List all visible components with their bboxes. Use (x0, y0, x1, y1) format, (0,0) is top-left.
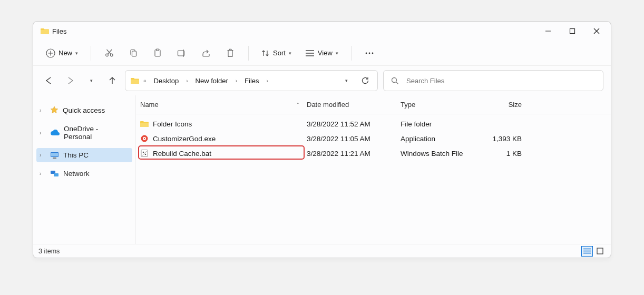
svg-rect-27 (53, 158, 56, 159)
chevron-right-icon: › (40, 171, 46, 176)
file-list: Name ˄ Date modified Type Size Folder Ic… (136, 95, 611, 244)
column-header-size[interactable]: Size (479, 101, 525, 109)
delete-button[interactable] (220, 44, 241, 63)
status-bar: 3 items (33, 244, 611, 258)
sidebar-label: Quick access (63, 106, 105, 114)
sidebar-item-network[interactable]: › Network (36, 166, 132, 181)
file-name: CustomizerGod.exe (153, 135, 216, 143)
rename-icon (177, 49, 187, 57)
chevron-right-icon: › (40, 152, 46, 158)
ellipsis-icon (365, 52, 374, 55)
scissors-icon (105, 48, 114, 57)
search-input[interactable] (406, 77, 596, 85)
share-icon (201, 49, 211, 57)
sort-ascending-icon: ˄ (297, 102, 307, 107)
svg-rect-39 (597, 248, 603, 254)
close-button[interactable] (584, 23, 609, 40)
file-row[interactable]: Folder Icons 3/28/2022 11:52 AM File fol… (136, 116, 611, 131)
svg-point-32 (144, 138, 145, 139)
sidebar-label: This PC (63, 151, 89, 159)
svg-point-35 (145, 154, 147, 155)
sort-icon (261, 49, 270, 57)
view-label: View (318, 49, 333, 57)
share-button[interactable] (196, 44, 217, 63)
nav-row: ▾ « Desktop › New folder › Files › ▾ (33, 66, 611, 95)
chevron-down-icon: ▾ (289, 51, 291, 56)
view-button[interactable]: View ▾ (300, 46, 344, 60)
chevron-down-icon: ▾ (336, 51, 338, 56)
svg-rect-12 (132, 51, 136, 56)
up-button[interactable] (107, 75, 118, 86)
view-list-icon (305, 50, 315, 57)
toolbar: New ▾ Sort ▾ View ▾ (33, 41, 611, 66)
refresh-icon (361, 76, 369, 85)
refresh-button[interactable] (357, 76, 373, 85)
more-button[interactable] (359, 44, 380, 63)
sort-label: Sort (273, 49, 286, 57)
back-button[interactable] (44, 75, 54, 86)
file-type: File folder (401, 120, 479, 128)
folder-icon (131, 77, 139, 84)
column-header-type[interactable]: Type (401, 101, 479, 109)
recent-locations-button[interactable]: ▾ (86, 75, 96, 86)
svg-point-20 (365, 52, 367, 54)
file-size: 1,393 KB (479, 135, 525, 143)
minimize-button[interactable] (536, 23, 560, 40)
svg-point-23 (392, 77, 397, 82)
paste-button[interactable] (147, 44, 168, 63)
batch-file-icon (140, 149, 149, 158)
svg-rect-26 (51, 153, 58, 156)
folder-icon (140, 120, 149, 127)
maximize-button[interactable] (560, 23, 584, 40)
address-bar[interactable]: « Desktop › New folder › Files › ▾ (125, 70, 378, 91)
chevron-down-icon: ▾ (75, 51, 78, 56)
chevron-right-icon: › (185, 78, 189, 84)
file-type: Application (401, 135, 479, 143)
column-headers: Name ˄ Date modified Type Size (136, 95, 611, 114)
search-icon (391, 77, 399, 85)
forward-button[interactable] (65, 75, 75, 86)
search-bar[interactable] (383, 70, 603, 91)
breadcrumb-item[interactable]: Desktop (151, 75, 182, 87)
column-header-date[interactable]: Date modified (307, 101, 401, 109)
file-type: Windows Batch File (401, 150, 479, 158)
breadcrumb-item[interactable]: New folder (192, 75, 231, 87)
new-label: New (58, 49, 72, 57)
svg-line-10 (108, 50, 112, 54)
svg-point-22 (372, 52, 373, 54)
svg-point-34 (143, 152, 144, 153)
item-count: 3 items (38, 248, 60, 255)
trash-icon (226, 48, 235, 57)
file-date: 3/28/2022 11:05 AM (307, 135, 401, 143)
breadcrumb-item[interactable]: Files (241, 75, 262, 87)
details-view-button[interactable] (581, 246, 593, 257)
file-name: Folder Icons (153, 120, 192, 128)
app-icon (140, 134, 149, 143)
thumbnails-view-button[interactable] (594, 246, 606, 257)
chevron-right-icon: › (40, 130, 46, 136)
svg-line-24 (396, 82, 398, 84)
file-explorer-window: Files New ▾ Sort ▾ View ▾ (33, 21, 611, 258)
sidebar-item-quick-access[interactable]: › Quick access (36, 103, 132, 117)
address-dropdown[interactable]: ▾ (338, 78, 354, 83)
chevron-down-icon: ▾ (345, 78, 348, 83)
svg-line-9 (106, 50, 111, 54)
copy-button[interactable] (123, 44, 144, 63)
folder-icon (41, 27, 49, 35)
rename-button[interactable] (171, 44, 192, 63)
sort-button[interactable]: Sort ▾ (256, 46, 297, 61)
new-button[interactable]: New ▾ (41, 45, 83, 61)
file-name: Rebuild Cache.bat (153, 150, 211, 158)
cloud-icon (50, 130, 60, 136)
file-date: 3/28/2022 11:21 AM (307, 150, 401, 158)
sidebar-item-onedrive[interactable]: › OneDrive - Personal (36, 122, 132, 144)
sidebar-item-this-pc[interactable]: › This PC (36, 148, 132, 162)
chevron-down-icon: ▾ (90, 78, 93, 83)
column-header-name[interactable]: Name ˄ (140, 101, 307, 109)
file-size: 1 KB (479, 150, 525, 158)
file-row[interactable]: CustomizerGod.exe 3/28/2022 11:05 AM App… (136, 131, 611, 146)
file-row[interactable]: Rebuild Cache.bat 3/28/2022 11:21 AM Win… (136, 146, 611, 161)
cut-button[interactable] (99, 44, 120, 63)
breadcrumb-overflow[interactable]: « (142, 78, 148, 84)
sidebar-label: Network (63, 170, 90, 178)
